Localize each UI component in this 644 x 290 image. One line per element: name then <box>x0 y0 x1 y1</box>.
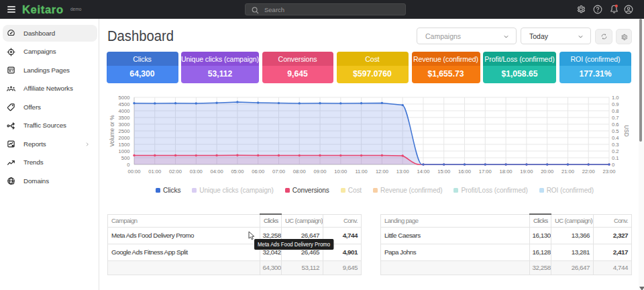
svg-text:14:00: 14:00 <box>417 168 429 175</box>
svg-text:01:00: 01:00 <box>148 168 161 175</box>
svg-text:23:00: 23:00 <box>602 168 615 175</box>
svg-text:4000: 4000 <box>119 108 130 114</box>
svg-text:21:00: 21:00 <box>561 168 574 175</box>
svg-text:1.0: 1.0 <box>612 95 619 101</box>
svg-text:0.3: 0.3 <box>612 142 619 148</box>
svg-text:2500: 2500 <box>119 128 130 134</box>
svg-text:0.1: 0.1 <box>612 155 619 161</box>
svg-text:06:00: 06:00 <box>252 168 264 175</box>
svg-text:0.4: 0.4 <box>612 135 619 141</box>
svg-text:22:00: 22:00 <box>582 168 595 175</box>
svg-text:1500: 1500 <box>119 142 130 148</box>
svg-text:00:00: 00:00 <box>127 168 140 175</box>
svg-text:04:00: 04:00 <box>211 168 223 175</box>
svg-text:5000: 5000 <box>119 95 130 101</box>
svg-text:0.9: 0.9 <box>612 101 619 107</box>
svg-text:19:00: 19:00 <box>520 168 533 175</box>
svg-text:20:00: 20:00 <box>541 168 553 175</box>
svg-text:13:00: 13:00 <box>396 168 409 175</box>
svg-text:17:00: 17:00 <box>479 168 492 175</box>
svg-text:09:00: 09:00 <box>314 168 327 175</box>
svg-text:0.2: 0.2 <box>612 148 619 154</box>
svg-text:2000: 2000 <box>119 135 130 141</box>
svg-text:12:00: 12:00 <box>376 168 388 175</box>
svg-text:USD: USD <box>623 125 630 137</box>
svg-text:0: 0 <box>127 162 129 168</box>
svg-text:10:00: 10:00 <box>334 168 347 175</box>
svg-text:07:00: 07:00 <box>272 168 285 175</box>
svg-text:Volume or %: Volume or % <box>109 115 115 147</box>
svg-text:0.8: 0.8 <box>612 108 619 114</box>
svg-text:0.5: 0.5 <box>612 128 619 134</box>
svg-text:0.6: 0.6 <box>612 122 619 128</box>
svg-text:11:00: 11:00 <box>355 168 367 175</box>
svg-text:4500: 4500 <box>119 101 130 107</box>
svg-text:500: 500 <box>121 155 130 161</box>
svg-text:05:00: 05:00 <box>231 168 244 175</box>
svg-text:0.7: 0.7 <box>612 115 619 121</box>
svg-text:15:00: 15:00 <box>437 168 450 175</box>
svg-text:18:00: 18:00 <box>500 168 513 175</box>
svg-text:0: 0 <box>612 162 614 168</box>
svg-text:3500: 3500 <box>119 115 130 121</box>
svg-text:03:00: 03:00 <box>190 168 203 175</box>
svg-text:08:00: 08:00 <box>293 168 306 175</box>
svg-text:3000: 3000 <box>119 122 130 128</box>
svg-text:02:00: 02:00 <box>169 168 182 175</box>
svg-text:1000: 1000 <box>119 148 130 154</box>
svg-text:16:00: 16:00 <box>458 168 471 175</box>
